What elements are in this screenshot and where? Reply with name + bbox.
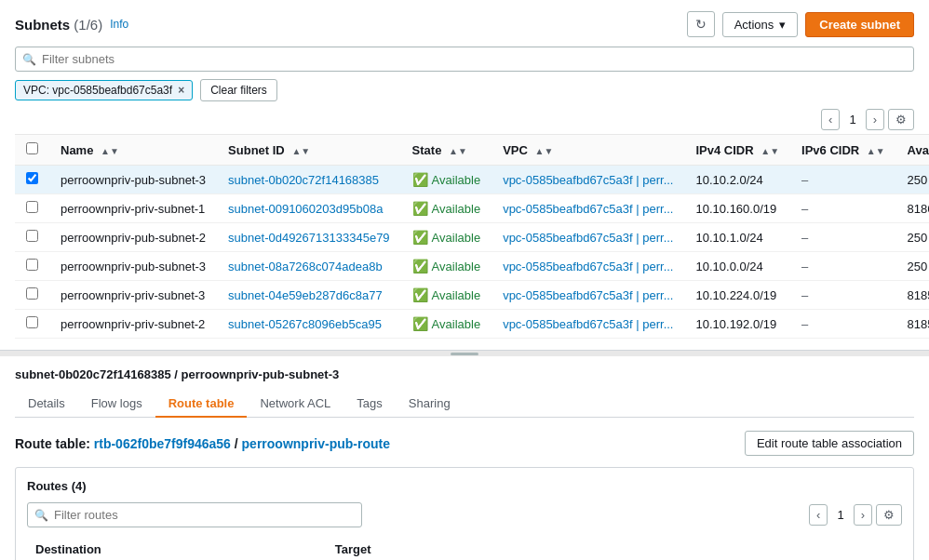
vpc-link[interactable]: vpc-0585beafbd67c5a3f | perr...: [503, 202, 673, 216]
select-all-checkbox[interactable]: [26, 142, 38, 154]
col-ipv4: IPv4 CIDR ▲▼: [684, 135, 790, 166]
route-table-title: Route table: rtb-062f0be7f9f946a56 / per…: [15, 436, 390, 451]
row-name: perroownpriv-priv-subnet-2: [49, 310, 217, 339]
row-state: ✅ Available: [401, 194, 492, 223]
table-row[interactable]: perroownpriv-pub-subnet-3 subnet-08a7268…: [15, 252, 929, 281]
panel-title: Subnets (1/6) Info: [15, 17, 128, 33]
tab-flow-logs[interactable]: Flow logs: [78, 391, 155, 418]
row-ipv4: 10.10.1.0/24: [684, 223, 790, 252]
row-subnet-id: subnet-05267c8096eb5ca95: [217, 310, 401, 339]
row-subnet-id: subnet-0091060203d95b08a: [217, 194, 401, 223]
row-subnet-id: subnet-04e59eb287d6c8a77: [217, 281, 401, 310]
row-state: ✅ Available: [401, 310, 492, 339]
row-ipv4: 10.10.0.0/24: [684, 252, 790, 281]
col-vpc: VPC ▲▼: [491, 135, 684, 166]
table-row[interactable]: perroownpriv-priv-subnet-2 subnet-05267c…: [15, 310, 929, 339]
routes-search-input[interactable]: [27, 502, 362, 527]
row-vpc: vpc-0585beafbd67c5a3f | perr...: [491, 281, 684, 310]
search-input[interactable]: [15, 47, 914, 72]
tab-route-table[interactable]: Route table: [155, 391, 248, 418]
top-panel: Subnets (1/6) Info ↻ Actions ▾ Create su…: [0, 0, 929, 351]
table-settings-button[interactable]: ⚙: [888, 109, 914, 130]
table-row[interactable]: perroownpriv-priv-subnet-3 subnet-04e59e…: [15, 281, 929, 310]
bottom-panel: subnet-0b020c72f14168385 / perroownpriv-…: [0, 356, 929, 560]
subnet-id-link[interactable]: subnet-0091060203d95b08a: [228, 202, 383, 216]
col-target: Target: [328, 537, 902, 560]
edit-route-table-button[interactable]: Edit route table association: [745, 431, 914, 456]
routes-search-row: 🔍 ‹ 1 › ⚙: [27, 502, 902, 527]
route-table-name-link[interactable]: perroownpriv-pub-route: [242, 436, 390, 451]
row-checkbox-cell: [15, 310, 49, 339]
row-vpc: vpc-0585beafbd67c5a3f | perr...: [491, 166, 684, 194]
row-subnet-id: subnet-08a7268c074adea8b: [217, 252, 401, 281]
row-checkbox-cell: [15, 281, 49, 310]
row-checkbox[interactable]: [26, 287, 38, 300]
table-row[interactable]: perroownpriv-priv-subnet-1 subnet-009106…: [15, 194, 929, 223]
divider-handle: [451, 353, 478, 355]
routes-next-button[interactable]: ›: [854, 504, 872, 526]
vpc-link[interactable]: vpc-0585beafbd67c5a3f | perr...: [503, 173, 673, 187]
filter-tag-close[interactable]: ×: [178, 84, 184, 97]
pagination-row: ‹ 1 › ⚙: [15, 109, 914, 130]
page-title: Subnets (1/6): [15, 17, 102, 33]
row-subnet-id: subnet-0d4926713133345e79: [217, 223, 401, 252]
tab-tags[interactable]: Tags: [343, 391, 395, 418]
routes-title: Routes (4): [27, 479, 902, 493]
row-subnet-id: subnet-0b020c72f14168385: [217, 166, 401, 194]
subnet-id-link[interactable]: subnet-08a7268c074adea8b: [228, 260, 383, 273]
row-state: ✅ Available: [401, 281, 492, 310]
table-row[interactable]: perroownpriv-pub-subnet-3 subnet-0b020c7…: [15, 166, 929, 194]
filter-row: VPC: vpc-0585beafbd67c5a3f × Clear filte…: [15, 79, 914, 101]
col-avail: Avai: [896, 135, 929, 166]
row-name: perroownpriv-priv-subnet-1: [49, 194, 217, 223]
row-vpc: vpc-0585beafbd67c5a3f | perr...: [491, 223, 684, 252]
routes-settings-button[interactable]: ⚙: [876, 504, 902, 526]
row-avail: 250: [896, 166, 929, 194]
row-checkbox[interactable]: [26, 316, 38, 328]
route-table-id-link[interactable]: rtb-062f0be7f9f946a56: [94, 436, 231, 451]
row-checkbox-cell: [15, 252, 49, 281]
vpc-link[interactable]: vpc-0585beafbd67c5a3f | perr...: [503, 288, 673, 302]
row-avail: 8185: [896, 310, 929, 339]
row-state: ✅ Available: [401, 252, 492, 281]
selected-subnet-label: subnet-0b020c72f14168385 / perroownpriv-…: [15, 367, 914, 381]
subnet-id-link[interactable]: subnet-0b020c72f14168385: [228, 173, 379, 187]
row-checkbox[interactable]: [26, 259, 38, 271]
row-ipv4: 10.10.192.0/19: [684, 310, 790, 339]
row-vpc: vpc-0585beafbd67c5a3f | perr...: [491, 252, 684, 281]
row-vpc: vpc-0585beafbd67c5a3f | perr...: [491, 194, 684, 223]
table-row[interactable]: perroownpriv-pub-subnet-2 subnet-0d49267…: [15, 223, 929, 252]
routes-search-box: 🔍: [27, 502, 362, 527]
routes-search-icon: 🔍: [34, 509, 48, 522]
row-avail: 250: [896, 223, 929, 252]
routes-pagination: ‹ 1 › ⚙: [809, 504, 902, 526]
tab-details[interactable]: Details: [15, 391, 78, 418]
row-name: perroownpriv-pub-subnet-3: [49, 166, 217, 194]
row-ipv6: –: [790, 281, 896, 310]
routes-prev-button[interactable]: ‹: [809, 504, 828, 526]
row-ipv6: –: [790, 223, 896, 252]
refresh-button[interactable]: ↻: [687, 11, 715, 37]
row-checkbox[interactable]: [26, 201, 38, 213]
vpc-link[interactable]: vpc-0585beafbd67c5a3f | perr...: [503, 260, 673, 273]
row-checkbox[interactable]: [26, 230, 38, 242]
tab-sharing[interactable]: Sharing: [396, 391, 464, 418]
tab-network-acl[interactable]: Network ACL: [247, 391, 343, 418]
subnet-id-link[interactable]: subnet-0d4926713133345e79: [228, 231, 390, 245]
filter-tag: VPC: vpc-0585beafbd67c5a3f ×: [15, 80, 193, 100]
filter-tag-label: VPC: vpc-0585beafbd67c5a3f: [23, 84, 172, 97]
actions-button[interactable]: Actions ▾: [722, 12, 799, 37]
row-checkbox[interactable]: [26, 172, 38, 184]
next-page-button[interactable]: ›: [866, 109, 884, 130]
vpc-link[interactable]: vpc-0585beafbd67c5a3f | perr...: [503, 317, 673, 331]
subnet-id-link[interactable]: subnet-05267c8096eb5ca95: [228, 317, 382, 331]
vpc-link[interactable]: vpc-0585beafbd67c5a3f | perr...: [503, 231, 673, 245]
subnet-id-link[interactable]: subnet-04e59eb287d6c8a77: [228, 288, 383, 302]
create-subnet-button[interactable]: Create subnet: [805, 12, 914, 37]
col-destination: Destination: [28, 537, 328, 560]
route-table-header: Route table: rtb-062f0be7f9f946a56 / per…: [15, 431, 914, 456]
page-number: 1: [843, 111, 861, 128]
info-link[interactable]: Info: [110, 18, 128, 31]
prev-page-button[interactable]: ‹: [821, 109, 840, 130]
clear-filters-button[interactable]: Clear filters: [200, 79, 277, 101]
